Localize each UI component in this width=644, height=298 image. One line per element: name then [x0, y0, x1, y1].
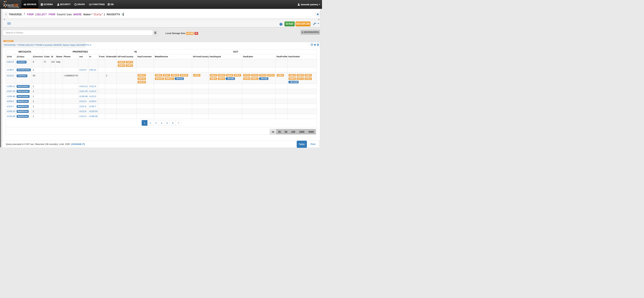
svg-text:?: ?	[280, 23, 282, 26]
